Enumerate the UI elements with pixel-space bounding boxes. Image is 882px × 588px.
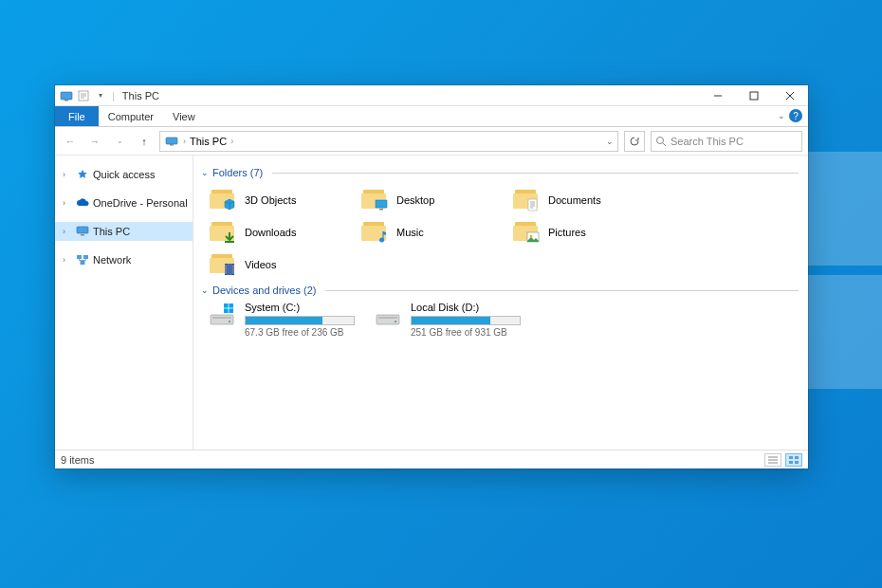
hard-drive-icon [375, 303, 403, 328]
hard-drive-icon [209, 303, 237, 328]
svg-rect-13 [379, 209, 383, 211]
folder-icon [360, 220, 389, 245]
svg-rect-4 [166, 138, 177, 144]
tree-item-quick-access[interactable]: › Quick access [55, 165, 193, 184]
qat-chevron-icon[interactable]: ▾ [93, 88, 108, 103]
drive-capacity-bar [411, 316, 521, 325]
file-tab[interactable]: File [55, 106, 99, 126]
quick-access-toolbar: ▾ | [55, 88, 117, 103]
drive-label: Local Disk (D:) [411, 302, 521, 313]
breadcrumb-current[interactable]: This PC [190, 136, 227, 147]
nav-back-button[interactable]: ← [61, 132, 80, 151]
folder-icon [209, 252, 237, 277]
titlebar: ▾ | This PC [55, 85, 808, 106]
tree-label: Quick access [93, 169, 155, 180]
svg-rect-14 [528, 199, 537, 211]
folder-label: 3D Objects [245, 194, 296, 206]
svg-point-6 [657, 137, 664, 143]
maximize-button[interactable] [736, 85, 772, 106]
svg-rect-30 [795, 456, 799, 459]
explorer-body: › Quick access › OneDrive - Personal › T… [55, 156, 808, 450]
status-item-count: 9 items [61, 454, 94, 466]
note-icon [374, 230, 389, 245]
svg-rect-0 [61, 92, 72, 100]
tab-computer[interactable]: Computer [99, 106, 163, 126]
svg-rect-12 [376, 200, 387, 208]
help-icon[interactable]: ? [789, 109, 802, 122]
folder-label: Music [396, 227, 424, 238]
svg-rect-23 [212, 317, 231, 319]
group-header-label: Folders (7) [212, 167, 263, 178]
view-details-button[interactable] [764, 453, 781, 467]
svg-rect-9 [77, 255, 82, 259]
folder-item[interactable]: Videos [209, 248, 360, 281]
folder-item[interactable]: Music [360, 216, 512, 248]
ribbon-expand-icon[interactable]: ⌄ [778, 111, 785, 120]
drive-label: System (C:) [245, 302, 355, 313]
tree-label: OneDrive - Personal [93, 197, 188, 209]
chevron-right-icon[interactable]: › [63, 170, 72, 179]
svg-rect-27 [378, 317, 397, 319]
folder-item[interactable]: Downloads [209, 216, 360, 248]
chevron-down-icon[interactable]: ⌄ [201, 285, 209, 295]
svg-rect-5 [170, 144, 174, 146]
address-dropdown-icon[interactable]: ⌄ [606, 137, 614, 146]
window-title: This PC [122, 90, 159, 101]
drive-item[interactable]: Local Disk (D:)251 GB free of 931 GB [375, 302, 541, 338]
tab-view[interactable]: View [163, 106, 205, 126]
nav-up-button[interactable]: ↑ [135, 132, 154, 151]
tree-label: Network [93, 254, 131, 266]
doc-icon [525, 197, 541, 212]
tree-item-this-pc[interactable]: › This PC [55, 222, 193, 241]
chevron-right-icon[interactable]: › [63, 198, 72, 208]
group-divider [272, 173, 799, 174]
svg-rect-7 [77, 227, 88, 233]
view-large-icons-button[interactable] [785, 453, 802, 467]
folder-label: Downloads [245, 227, 296, 238]
group-header-drives[interactable]: ⌄ Devices and drives (2) [201, 285, 799, 296]
folder-item[interactable]: Desktop [360, 184, 512, 216]
properties-icon[interactable] [76, 88, 91, 103]
group-header-folders[interactable]: ⌄ Folders (7) [201, 167, 799, 178]
svg-rect-3 [750, 92, 758, 100]
window-controls [700, 85, 808, 106]
search-input[interactable]: Search This PC [651, 131, 802, 152]
chevron-right-icon[interactable]: › [63, 227, 72, 236]
svg-point-16 [379, 238, 384, 243]
content-area: ⌄ Folders (7) 3D ObjectsDesktopDocuments… [193, 156, 808, 450]
breadcrumb-chevron-icon[interactable]: › [183, 137, 186, 146]
cloud-icon [76, 196, 89, 210]
drive-grid: System (C:)67.3 GB free of 236 GBLocal D… [199, 302, 799, 338]
navigation-pane: › Quick access › OneDrive - Personal › T… [55, 156, 193, 450]
group-header-label: Devices and drives (2) [212, 285, 316, 296]
address-bar-row: ← → ⌄ ↑ › This PC › ⌄ Search This PC [55, 127, 808, 156]
svg-rect-1 [64, 100, 68, 101]
address-bar[interactable]: › This PC › ⌄ [159, 131, 618, 152]
breadcrumb-chevron-icon[interactable]: › [230, 137, 233, 146]
folder-icon [209, 220, 237, 245]
folder-label: Documents [548, 194, 601, 206]
close-button[interactable] [772, 85, 808, 106]
folder-item[interactable]: 3D Objects [209, 184, 360, 216]
tree-item-onedrive[interactable]: › OneDrive - Personal [55, 193, 193, 212]
tree-item-network[interactable]: › Network [55, 250, 193, 269]
minimize-button[interactable] [700, 85, 736, 106]
nav-recent-chevron-icon[interactable]: ⌄ [110, 132, 129, 151]
arrow-icon [222, 230, 237, 245]
drive-item[interactable]: System (C:)67.3 GB free of 236 GB [209, 302, 375, 338]
star-icon [76, 168, 89, 181]
folder-icon [512, 220, 541, 245]
refresh-button[interactable] [624, 131, 645, 152]
folder-item[interactable]: Pictures [512, 216, 664, 248]
chevron-down-icon[interactable]: ⌄ [201, 168, 209, 177]
ribbon-tabs: File Computer View ⌄ ? [55, 106, 808, 127]
search-placeholder: Search This PC [671, 136, 744, 147]
folder-item[interactable]: Documents [512, 184, 664, 216]
nav-forward-button[interactable]: → [85, 132, 104, 151]
film-icon [222, 262, 237, 277]
chevron-right-icon[interactable]: › [63, 255, 72, 265]
desktop-icon [374, 197, 389, 212]
svg-rect-26 [377, 315, 399, 324]
qat-separator: | [112, 90, 115, 101]
svg-rect-11 [81, 261, 85, 265]
